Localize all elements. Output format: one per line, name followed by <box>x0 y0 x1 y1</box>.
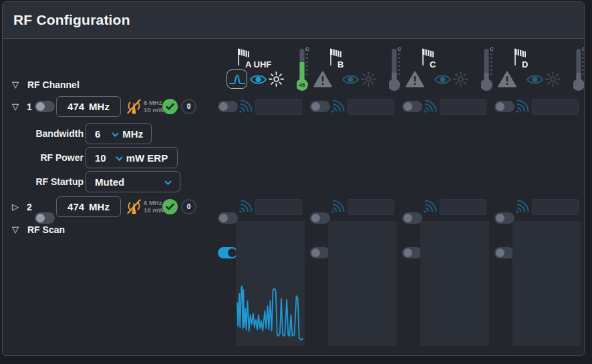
rf-scan-toggle[interactable] <box>494 247 514 258</box>
bandwidth-label: Bandwidth <box>3 128 84 139</box>
rf-channel-collapse-icon[interactable]: ▽ <box>12 80 19 89</box>
warning-icon <box>406 71 424 87</box>
channel-1-number: 1 <box>27 102 32 112</box>
eye-icon <box>434 73 452 85</box>
bandpass-filter-button[interactable] <box>227 69 247 89</box>
rf-configuration-panel: RF Configuration ▽ RF Channel ▽ 1 474MHz… <box>2 1 585 356</box>
eye-icon[interactable] <box>249 73 267 85</box>
channel-1-antenna-toggle[interactable] <box>218 101 238 112</box>
antenna-column-d: D C <box>492 39 585 355</box>
channel-1-antenna-toggle[interactable] <box>402 101 422 112</box>
rf-scan-panel <box>512 221 581 346</box>
sun-flash-icon <box>361 71 376 87</box>
wifi-signal-icon <box>331 100 346 114</box>
rf-startup-select[interactable]: Muted <box>86 171 180 192</box>
antenna-column-c: C C <box>400 39 492 355</box>
thermometer-icon: C <box>573 45 585 92</box>
channel-2-antenna-toggle[interactable] <box>218 212 238 224</box>
warning-icon <box>498 71 516 87</box>
eye-icon <box>526 73 544 85</box>
sun-flash-icon <box>453 71 468 87</box>
channel-1-summary: 6 MHz 10 mW <box>144 99 164 114</box>
channel-1-notification-badge: 0 <box>181 99 196 114</box>
rf-mute-icon <box>126 98 142 116</box>
rf-scan-panel <box>328 221 397 346</box>
page-title: RF Configuration <box>13 12 130 28</box>
warning-icon <box>313 71 332 87</box>
rf-startup-label: RF Startup <box>3 176 84 187</box>
rf-scan-section-label: RF Scan <box>27 224 65 235</box>
channel-1-antenna-frequency-field[interactable] <box>440 99 486 115</box>
wifi-signal-icon <box>239 200 254 214</box>
channel-2-antenna-toggle[interactable] <box>310 212 330 224</box>
channel-2-number: 2 <box>27 202 32 212</box>
channel-2-enable-toggle[interactable] <box>35 212 55 224</box>
channel-2-summary: 6 MHz 10 mW <box>144 199 164 214</box>
antenna-label: B <box>337 59 343 69</box>
channel-1-antenna-toggle[interactable] <box>494 101 514 112</box>
wifi-signal-icon <box>331 200 346 214</box>
channel-1-frequency-input[interactable]: 474MHz <box>56 96 121 117</box>
svg-text:C: C <box>582 46 585 52</box>
channel-1-enable-toggle[interactable] <box>35 101 55 112</box>
wifi-signal-icon <box>515 100 531 114</box>
rf-channel-section-label: RF Channel <box>27 79 80 90</box>
sun-flash-icon <box>545 71 561 87</box>
eye-icon <box>341 73 359 85</box>
chevron-down-icon <box>116 156 123 162</box>
channel-1-antenna-frequency-field[interactable] <box>347 99 394 115</box>
rf-scan-toggle[interactable] <box>402 247 422 258</box>
rf-scan-toggle[interactable] <box>310 247 330 258</box>
antenna-label: D <box>522 59 528 69</box>
antenna-column-a: A UHF C 45 <box>216 39 308 355</box>
sun-flash-icon[interactable] <box>269 71 284 87</box>
rf-power-select[interactable]: 10 mW ERP <box>86 147 178 168</box>
wifi-signal-icon <box>515 200 531 214</box>
chevron-down-icon <box>164 180 172 186</box>
channel-2-antenna-toggle[interactable] <box>402 212 422 224</box>
channel-1-antenna-frequency-field[interactable] <box>255 99 302 115</box>
channel-1-collapse-icon[interactable]: ▽ <box>12 102 19 112</box>
rf-scan-trace <box>236 221 305 346</box>
svg-text:45: 45 <box>299 82 305 88</box>
wifi-signal-icon <box>423 200 438 214</box>
channel-1-antenna-frequency-field[interactable] <box>532 99 579 115</box>
wifi-signal-icon <box>239 100 254 114</box>
rf-power-label: RF Power <box>3 152 84 163</box>
panel-header: RF Configuration <box>3 2 584 39</box>
channel-2-antenna-toggle[interactable] <box>494 212 514 224</box>
channel-2-antenna-frequency-field[interactable] <box>440 199 486 215</box>
rf-scan-panel <box>420 221 489 346</box>
rf-mute-icon <box>126 198 142 216</box>
channel-2-antenna-frequency-field[interactable] <box>532 199 579 215</box>
channel-2-antenna-frequency-field[interactable] <box>347 199 394 215</box>
check-circle-icon <box>162 99 178 114</box>
channel-2-expand-icon[interactable]: ▷ <box>12 202 19 212</box>
antenna-label: A UHF <box>245 59 271 69</box>
antenna-column-b: B C <box>308 39 400 355</box>
antenna-label: C <box>430 59 436 69</box>
rf-scan-collapse-icon[interactable]: ▽ <box>12 225 19 234</box>
rf-scan-panel <box>236 221 305 346</box>
bandwidth-select[interactable]: 6 MHz <box>86 123 152 144</box>
rf-scan-toggle[interactable] <box>218 247 238 258</box>
channel-1-antenna-toggle[interactable] <box>310 101 330 112</box>
channel-2-antenna-frequency-field[interactable] <box>255 199 302 215</box>
channel-2-notification-badge: 0 <box>181 199 196 214</box>
wifi-signal-icon <box>423 100 438 114</box>
check-circle-icon <box>162 199 178 214</box>
channel-2-frequency-input[interactable]: 474MHz <box>56 196 121 217</box>
chevron-down-icon <box>112 132 119 138</box>
